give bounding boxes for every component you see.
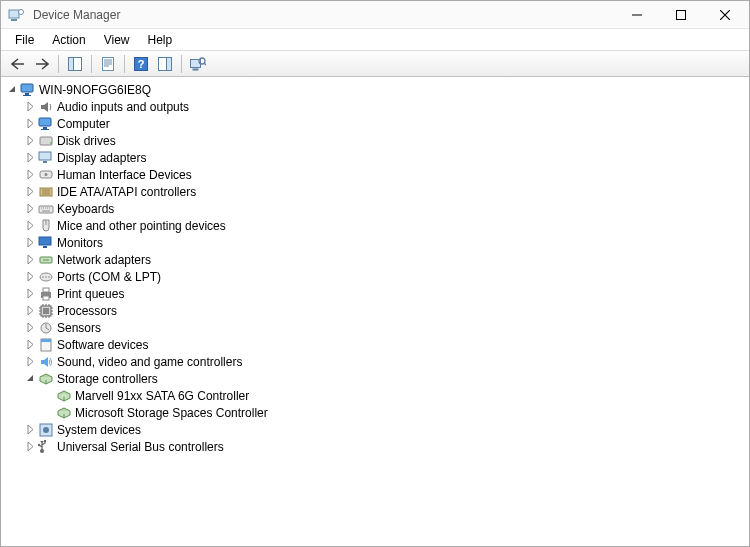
tree-item-label: Sound, video and game controllers <box>57 355 242 369</box>
mouse-icon <box>38 218 54 234</box>
expand-icon[interactable] <box>23 338 37 352</box>
tree-item-label: Software devices <box>57 338 148 352</box>
expand-icon[interactable] <box>23 117 37 131</box>
printer-icon <box>38 286 54 302</box>
close-button[interactable] <box>703 1 747 28</box>
collapse-icon[interactable] <box>5 83 19 97</box>
tree-item[interactable]: Processors <box>23 302 745 319</box>
expand-icon[interactable] <box>23 287 37 301</box>
tree-item-label: Mice and other pointing devices <box>57 219 226 233</box>
tree-item-label: Microsoft Storage Spaces Controller <box>75 406 268 420</box>
expand-icon[interactable] <box>23 202 37 216</box>
storage-icon <box>38 371 54 387</box>
tree-item-label: Universal Serial Bus controllers <box>57 440 224 454</box>
cpu-icon <box>38 303 54 319</box>
display-icon <box>38 150 54 166</box>
computer-icon <box>38 116 54 132</box>
console-tree-button[interactable] <box>64 53 86 75</box>
tree-item-label: WIN-9NOFGG6IE8Q <box>39 83 151 97</box>
device-tree-pane: WIN-9NOFGG6IE8QAudio inputs and outputsC… <box>1 77 749 546</box>
toolbar-separator <box>58 55 59 73</box>
tree-item[interactable]: Print queues <box>23 285 745 302</box>
app-icon <box>8 7 24 23</box>
expand-icon[interactable] <box>23 236 37 250</box>
keyboard-icon <box>38 201 54 217</box>
computer-icon <box>20 82 36 98</box>
tree-item-label: Keyboards <box>57 202 114 216</box>
menu-action[interactable]: Action <box>44 31 93 49</box>
tree-item-label: Monitors <box>57 236 103 250</box>
scan-hardware-button[interactable] <box>187 53 209 75</box>
tree-item[interactable]: Mice and other pointing devices <box>23 217 745 234</box>
menu-file[interactable]: File <box>7 31 42 49</box>
tree-item[interactable]: IDE ATA/ATAPI controllers <box>23 183 745 200</box>
menu-help[interactable]: Help <box>140 31 181 49</box>
toolbar: ? <box>1 50 749 77</box>
tree-item[interactable]: Disk drives <box>23 132 745 149</box>
svg-point-2 <box>19 9 24 14</box>
tree-item[interactable]: Human Interface Devices <box>23 166 745 183</box>
software-icon <box>38 337 54 353</box>
tree-item[interactable]: Storage controllers <box>23 370 745 387</box>
properties-button[interactable] <box>97 53 119 75</box>
tree-item-label: Human Interface Devices <box>57 168 192 182</box>
expand-icon[interactable] <box>23 270 37 284</box>
tree-item[interactable]: Sensors <box>23 319 745 336</box>
back-button[interactable] <box>7 53 29 75</box>
menubar: File Action View Help <box>1 28 749 50</box>
tree-item[interactable]: Keyboards <box>23 200 745 217</box>
tree-item-label: IDE ATA/ATAPI controllers <box>57 185 196 199</box>
expand-icon[interactable] <box>23 219 37 233</box>
tree-item[interactable]: WIN-9NOFGG6IE8Q <box>5 81 745 98</box>
ide-icon <box>38 184 54 200</box>
expand-icon[interactable] <box>23 134 37 148</box>
tree-item[interactable]: Display adapters <box>23 149 745 166</box>
tree-item-label: Network adapters <box>57 253 151 267</box>
usb-icon <box>38 439 54 455</box>
system-icon <box>38 422 54 438</box>
expand-icon[interactable] <box>23 100 37 114</box>
menu-view[interactable]: View <box>96 31 138 49</box>
monitor-icon <box>38 235 54 251</box>
disk-icon <box>38 133 54 149</box>
tree-item[interactable]: Universal Serial Bus controllers <box>23 438 745 455</box>
expand-icon[interactable] <box>23 423 37 437</box>
tree-item[interactable]: Monitors <box>23 234 745 251</box>
minimize-button[interactable] <box>615 1 659 28</box>
tree-item-label: Display adapters <box>57 151 146 165</box>
forward-button[interactable] <box>31 53 53 75</box>
tree-item[interactable]: Microsoft Storage Spaces Controller <box>41 404 745 421</box>
sensor-icon <box>38 320 54 336</box>
expand-icon[interactable] <box>23 151 37 165</box>
svg-text:?: ? <box>138 58 145 70</box>
tree-item[interactable]: Audio inputs and outputs <box>23 98 745 115</box>
svg-rect-12 <box>193 68 199 70</box>
toolbar-separator <box>124 55 125 73</box>
tree-item-label: Ports (COM & LPT) <box>57 270 161 284</box>
expand-icon[interactable] <box>23 304 37 318</box>
expand-icon[interactable] <box>23 355 37 369</box>
collapse-icon[interactable] <box>23 372 37 386</box>
toolbar-separator <box>181 55 182 73</box>
tree-item[interactable]: Software devices <box>23 336 745 353</box>
tree-item[interactable]: Marvell 91xx SATA 6G Controller <box>41 387 745 404</box>
expand-icon[interactable] <box>23 253 37 267</box>
action-pane-button[interactable] <box>154 53 176 75</box>
tree-item-label: Sensors <box>57 321 101 335</box>
tree-item[interactable]: Network adapters <box>23 251 745 268</box>
tree-item[interactable]: Ports (COM & LPT) <box>23 268 745 285</box>
expand-icon[interactable] <box>23 185 37 199</box>
maximize-button[interactable] <box>659 1 703 28</box>
tree-item-label: Audio inputs and outputs <box>57 100 189 114</box>
expand-icon[interactable] <box>23 168 37 182</box>
help-button[interactable]: ? <box>130 53 152 75</box>
tree-item[interactable]: System devices <box>23 421 745 438</box>
tree-item[interactable]: Computer <box>23 115 745 132</box>
tree-item-label: Disk drives <box>57 134 116 148</box>
network-icon <box>38 252 54 268</box>
tree-item-label: Print queues <box>57 287 124 301</box>
svg-rect-10 <box>167 57 172 70</box>
expand-icon[interactable] <box>23 321 37 335</box>
expand-icon[interactable] <box>23 440 37 454</box>
tree-item[interactable]: Sound, video and game controllers <box>23 353 745 370</box>
